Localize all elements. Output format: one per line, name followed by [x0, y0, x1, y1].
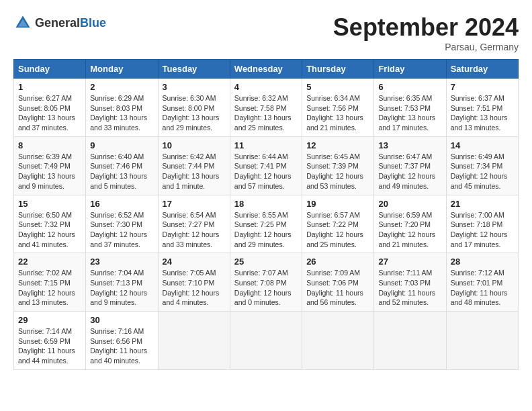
calendar-day-empty — [302, 312, 374, 370]
logo-icon — [13, 13, 32, 32]
day-info: Sunrise: 7:09 AMSunset: 7:06 PMDaylight:… — [306, 268, 369, 308]
day-info: Sunrise: 6:34 AMSunset: 7:56 PMDaylight:… — [306, 93, 369, 133]
page-header: GeneralBlue September 2024 Parsau, Germa… — [13, 13, 519, 52]
logo-general: General — [35, 16, 80, 30]
calendar-day-17: 17Sunrise: 6:54 AMSunset: 7:27 PMDayligh… — [158, 195, 230, 253]
day-info: Sunrise: 6:29 AMSunset: 8:03 PMDaylight:… — [90, 93, 153, 133]
calendar-day-11: 11Sunrise: 6:44 AMSunset: 7:41 PMDayligh… — [230, 136, 302, 195]
day-number: 26 — [306, 257, 369, 267]
calendar-day-22: 22Sunrise: 7:02 AMSunset: 7:15 PMDayligh… — [14, 253, 86, 312]
calendar-week-3: 15Sunrise: 6:50 AMSunset: 7:32 PMDayligh… — [14, 195, 519, 253]
col-tuesday: Tuesday — [158, 60, 230, 79]
col-friday: Friday — [374, 60, 446, 79]
day-number: 27 — [378, 257, 441, 267]
day-info: Sunrise: 6:49 AMSunset: 7:34 PMDaylight:… — [451, 152, 514, 191]
day-number: 11 — [234, 140, 298, 150]
day-number: 10 — [163, 140, 226, 150]
calendar-day-25: 25Sunrise: 7:07 AMSunset: 7:08 PMDayligh… — [230, 253, 302, 312]
day-number: 4 — [234, 82, 298, 92]
day-info: Sunrise: 6:35 AMSunset: 7:53 PMDaylight:… — [378, 93, 441, 133]
day-number: 19 — [306, 199, 369, 209]
calendar-week-2: 8Sunrise: 6:39 AMSunset: 7:49 PMDaylight… — [14, 136, 519, 195]
day-number: 5 — [306, 82, 369, 92]
day-number: 13 — [378, 140, 441, 150]
calendar-day-28: 28Sunrise: 7:12 AMSunset: 7:01 PMDayligh… — [446, 253, 518, 312]
day-number: 25 — [234, 257, 298, 267]
day-number: 29 — [18, 315, 81, 325]
day-number: 1 — [18, 82, 81, 92]
day-number: 14 — [451, 140, 514, 150]
calendar-day-21: 21Sunrise: 7:00 AMSunset: 7:18 PMDayligh… — [446, 195, 518, 253]
day-info: Sunrise: 6:55 AMSunset: 7:25 PMDaylight:… — [234, 210, 298, 250]
calendar-day-16: 16Sunrise: 6:52 AMSunset: 7:30 PMDayligh… — [86, 195, 158, 253]
calendar-day-7: 7Sunrise: 6:37 AMSunset: 7:51 PMDaylight… — [446, 79, 518, 137]
day-info: Sunrise: 6:50 AMSunset: 7:32 PMDaylight:… — [18, 210, 81, 250]
day-number: 24 — [163, 257, 226, 267]
day-info: Sunrise: 6:40 AMSunset: 7:46 PMDaylight:… — [90, 152, 153, 191]
day-info: Sunrise: 7:12 AMSunset: 7:01 PMDaylight:… — [451, 268, 514, 308]
day-info: Sunrise: 6:44 AMSunset: 7:41 PMDaylight:… — [234, 152, 298, 191]
day-info: Sunrise: 7:11 AMSunset: 7:03 PMDaylight:… — [378, 268, 441, 308]
calendar-day-15: 15Sunrise: 6:50 AMSunset: 7:32 PMDayligh… — [14, 195, 86, 253]
calendar-week-5: 29Sunrise: 7:14 AMSunset: 6:59 PMDayligh… — [14, 312, 519, 370]
day-info: Sunrise: 6:45 AMSunset: 7:39 PMDaylight:… — [306, 152, 369, 191]
calendar-day-27: 27Sunrise: 7:11 AMSunset: 7:03 PMDayligh… — [374, 253, 446, 312]
calendar-day-26: 26Sunrise: 7:09 AMSunset: 7:06 PMDayligh… — [302, 253, 374, 312]
day-number: 3 — [163, 82, 226, 92]
calendar-day-5: 5Sunrise: 6:34 AMSunset: 7:56 PMDaylight… — [302, 79, 374, 137]
day-number: 6 — [378, 82, 441, 92]
calendar-day-1: 1Sunrise: 6:27 AMSunset: 8:05 PMDaylight… — [14, 79, 86, 137]
calendar-day-empty — [230, 312, 302, 370]
day-number: 8 — [18, 140, 81, 150]
calendar-day-14: 14Sunrise: 6:49 AMSunset: 7:34 PMDayligh… — [446, 136, 518, 195]
calendar-day-empty — [446, 312, 518, 370]
calendar-day-24: 24Sunrise: 7:05 AMSunset: 7:10 PMDayligh… — [158, 253, 230, 312]
day-info: Sunrise: 6:54 AMSunset: 7:27 PMDaylight:… — [163, 210, 226, 250]
col-monday: Monday — [86, 60, 158, 79]
day-info: Sunrise: 7:00 AMSunset: 7:18 PMDaylight:… — [451, 210, 514, 250]
calendar-day-13: 13Sunrise: 6:47 AMSunset: 7:37 PMDayligh… — [374, 136, 446, 195]
calendar-day-empty — [374, 312, 446, 370]
col-sunday: Sunday — [14, 60, 86, 79]
calendar-day-23: 23Sunrise: 7:04 AMSunset: 7:13 PMDayligh… — [86, 253, 158, 312]
logo: GeneralBlue — [13, 13, 106, 32]
day-info: Sunrise: 7:16 AMSunset: 6:56 PMDaylight:… — [90, 326, 153, 366]
calendar-day-19: 19Sunrise: 6:57 AMSunset: 7:22 PMDayligh… — [302, 195, 374, 253]
col-wednesday: Wednesday — [230, 60, 302, 79]
day-info: Sunrise: 6:57 AMSunset: 7:22 PMDaylight:… — [306, 210, 369, 250]
day-number: 22 — [18, 257, 81, 267]
calendar-week-1: 1Sunrise: 6:27 AMSunset: 8:05 PMDaylight… — [14, 79, 519, 137]
day-number: 18 — [234, 199, 298, 209]
day-info: Sunrise: 7:14 AMSunset: 6:59 PMDaylight:… — [18, 326, 81, 366]
day-info: Sunrise: 6:59 AMSunset: 7:20 PMDaylight:… — [378, 210, 441, 250]
col-saturday: Saturday — [446, 60, 518, 79]
calendar-day-2: 2Sunrise: 6:29 AMSunset: 8:03 PMDaylight… — [86, 79, 158, 137]
day-number: 20 — [378, 199, 441, 209]
day-info: Sunrise: 6:39 AMSunset: 7:49 PMDaylight:… — [18, 152, 81, 191]
calendar-day-4: 4Sunrise: 6:32 AMSunset: 7:58 PMDaylight… — [230, 79, 302, 137]
calendar-day-10: 10Sunrise: 6:42 AMSunset: 7:44 PMDayligh… — [158, 136, 230, 195]
month-title: September 2024 — [333, 13, 519, 42]
day-number: 28 — [451, 257, 514, 267]
day-number: 30 — [90, 315, 153, 325]
day-info: Sunrise: 6:30 AMSunset: 8:00 PMDaylight:… — [163, 93, 226, 133]
calendar-day-3: 3Sunrise: 6:30 AMSunset: 8:00 PMDaylight… — [158, 79, 230, 137]
day-info: Sunrise: 6:52 AMSunset: 7:30 PMDaylight:… — [90, 210, 153, 250]
calendar-day-9: 9Sunrise: 6:40 AMSunset: 7:46 PMDaylight… — [86, 136, 158, 195]
day-info: Sunrise: 7:05 AMSunset: 7:10 PMDaylight:… — [163, 268, 226, 308]
calendar-day-29: 29Sunrise: 7:14 AMSunset: 6:59 PMDayligh… — [14, 312, 86, 370]
day-number: 7 — [451, 82, 514, 92]
day-number: 9 — [90, 140, 153, 150]
header-row: Sunday Monday Tuesday Wednesday Thursday… — [14, 60, 519, 79]
calendar-week-4: 22Sunrise: 7:02 AMSunset: 7:15 PMDayligh… — [14, 253, 519, 312]
day-info: Sunrise: 7:04 AMSunset: 7:13 PMDaylight:… — [90, 268, 153, 308]
calendar-day-18: 18Sunrise: 6:55 AMSunset: 7:25 PMDayligh… — [230, 195, 302, 253]
calendar-day-20: 20Sunrise: 6:59 AMSunset: 7:20 PMDayligh… — [374, 195, 446, 253]
day-info: Sunrise: 6:47 AMSunset: 7:37 PMDaylight:… — [378, 152, 441, 191]
col-thursday: Thursday — [302, 60, 374, 79]
day-number: 21 — [451, 199, 514, 209]
day-number: 15 — [18, 199, 81, 209]
calendar-day-30: 30Sunrise: 7:16 AMSunset: 6:56 PMDayligh… — [86, 312, 158, 370]
calendar-day-empty — [158, 312, 230, 370]
calendar-day-12: 12Sunrise: 6:45 AMSunset: 7:39 PMDayligh… — [302, 136, 374, 195]
